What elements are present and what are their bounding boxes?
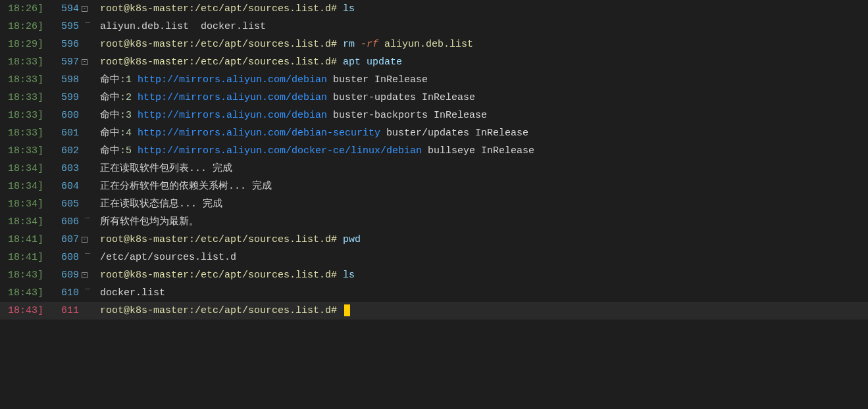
line-number: 606: [45, 213, 82, 231]
fold-toggle-icon[interactable]: -: [82, 237, 88, 243]
token-plain: 所有软件包均为最新。: [100, 216, 199, 228]
token-prompt: root@k8s-master:/etc/apt/sources.list.d#: [100, 305, 343, 316]
timestamp: 18:41]: [0, 249, 45, 266]
line-number: 603: [45, 160, 82, 178]
line-number: 611: [45, 302, 82, 320]
token-num: :5: [120, 145, 138, 156]
terminal-line[interactable]: 18:29]596root@k8s-master:/etc/apt/source…: [0, 36, 868, 53]
fold-toggle-icon[interactable]: -: [82, 59, 88, 65]
terminal-line[interactable]: 18:43]609-root@k8s-master:/etc/apt/sourc…: [0, 266, 868, 284]
timestamp: 18:33]: [0, 142, 45, 160]
line-content[interactable]: root@k8s-master:/etc/apt/sources.list.d#: [96, 302, 868, 320]
terminal-line[interactable]: 18:33]601命中:4 http://mirrors.aliyun.com/…: [0, 124, 868, 142]
line-content[interactable]: 正在读取软件包列表... 完成: [96, 160, 868, 178]
line-content[interactable]: 正在读取状态信息... 完成: [96, 195, 868, 213]
token-cmd: apt update: [343, 57, 402, 68]
line-content[interactable]: aliyun.deb.list docker.list: [96, 18, 868, 36]
terminal-line[interactable]: 18:33]602命中:5 http://mirrors.aliyun.com/…: [0, 142, 868, 160]
terminal-line[interactable]: 18:41]608/etc/apt/sources.list.d: [0, 249, 868, 266]
terminal-line[interactable]: 18:33]598命中:1 http://mirrors.aliyun.com/…: [0, 71, 868, 89]
token-tail: bullseye InRelease: [422, 145, 534, 156]
line-content[interactable]: /etc/apt/sources.list.d: [96, 249, 868, 266]
line-content[interactable]: 命中:5 http://mirrors.aliyun.com/docker-ce…: [96, 142, 868, 160]
token-tail: buster-backports InRelease: [327, 110, 487, 121]
timestamp: 18:43]: [0, 302, 45, 320]
line-content[interactable]: 命中:1 http://mirrors.aliyun.com/debian bu…: [96, 71, 868, 89]
line-content[interactable]: root@k8s-master:/etc/apt/sources.list.d#…: [96, 36, 868, 53]
token-prompt: root@k8s-master:/etc/apt/sources.list.d#: [100, 39, 343, 50]
fold-gutter[interactable]: -: [82, 268, 96, 283]
token-plain: 正在读取状态信息... 完成: [100, 199, 222, 210]
line-content[interactable]: 命中:2 http://mirrors.aliyun.com/debian bu…: [96, 89, 868, 107]
token-cmd: rm: [343, 39, 361, 50]
line-number: 604: [45, 178, 82, 195]
line-content[interactable]: root@k8s-master:/etc/apt/sources.list.d#…: [96, 53, 868, 71]
token-prompt: root@k8s-master:/etc/apt/sources.list.d#: [100, 57, 343, 68]
terminal-line[interactable]: 18:43]611root@k8s-master:/etc/apt/source…: [0, 302, 868, 320]
token-num: :2: [120, 92, 138, 103]
token-cmd: ls: [343, 270, 355, 281]
token-num: :4: [120, 128, 138, 139]
terminal-line[interactable]: 18:26]594-root@k8s-master:/etc/apt/sourc…: [0, 0, 868, 18]
timestamp: 18:33]: [0, 124, 45, 142]
line-number: 609: [45, 266, 82, 284]
line-content[interactable]: root@k8s-master:/etc/apt/sources.list.d#…: [96, 231, 868, 249]
line-content[interactable]: 命中:3 http://mirrors.aliyun.com/debian bu…: [96, 107, 868, 124]
fold-toggle-icon[interactable]: -: [82, 272, 88, 278]
token-plain: 正在分析软件包的依赖关系树... 完成: [100, 181, 272, 192]
timestamp: 18:26]: [0, 0, 45, 18]
token-hit: 命中: [100, 145, 120, 156]
token-arg: aliyun.deb.list: [378, 39, 473, 50]
token-flag: -rf: [361, 39, 378, 50]
line-number: 595: [45, 18, 82, 36]
terminal-line[interactable]: 18:26]595aliyun.deb.list docker.list: [0, 18, 868, 36]
line-content[interactable]: root@k8s-master:/etc/apt/sources.list.d#…: [96, 0, 868, 18]
timestamp: 18:41]: [0, 231, 45, 249]
line-content[interactable]: docker.list: [96, 284, 868, 302]
line-number: 607: [45, 231, 82, 249]
timestamp: 18:29]: [0, 36, 45, 53]
line-content[interactable]: 所有软件包均为最新。: [96, 213, 868, 231]
terminal-line[interactable]: 18:33]597-root@k8s-master:/etc/apt/sourc…: [0, 53, 868, 71]
terminal-line[interactable]: 18:33]599命中:2 http://mirrors.aliyun.com/…: [0, 89, 868, 107]
token-plain: docker.list: [100, 287, 165, 299]
token-tail: buster-updates InRelease: [327, 92, 475, 103]
terminal-editor[interactable]: 18:26]594-root@k8s-master:/etc/apt/sourc…: [0, 0, 868, 320]
terminal-line[interactable]: 18:34]604正在分析软件包的依赖关系树... 完成: [0, 178, 868, 195]
timestamp: 18:34]: [0, 178, 45, 195]
token-url: http://mirrors.aliyun.com/debian: [138, 110, 327, 121]
terminal-line[interactable]: 18:34]606所有软件包均为最新。: [0, 213, 868, 231]
timestamp: 18:26]: [0, 18, 45, 36]
fold-gutter[interactable]: -: [82, 1, 96, 16]
timestamp: 18:43]: [0, 284, 45, 302]
terminal-line[interactable]: 18:34]605正在读取状态信息... 完成: [0, 195, 868, 213]
token-hit: 命中: [100, 74, 120, 85]
token-url: http://mirrors.aliyun.com/debian-securit…: [138, 128, 380, 139]
token-hit: 命中: [100, 110, 120, 121]
timestamp: 18:33]: [0, 107, 45, 124]
timestamp: 18:34]: [0, 160, 45, 178]
fold-gutter[interactable]: -: [82, 232, 96, 247]
line-number: 598: [45, 71, 82, 89]
terminal-line[interactable]: 18:43]610docker.list: [0, 284, 868, 302]
token-tail: buster/updates InRelease: [380, 128, 528, 139]
token-plain: /etc/apt/sources.list.d: [100, 252, 236, 263]
terminal-line[interactable]: 18:41]607-root@k8s-master:/etc/apt/sourc…: [0, 231, 868, 249]
token-prompt: root@k8s-master:/etc/apt/sources.list.d#: [100, 270, 343, 281]
token-hit: 命中: [100, 92, 120, 103]
token-prompt: root@k8s-master:/etc/apt/sources.list.d#: [100, 3, 343, 14]
fold-gutter[interactable]: -: [82, 55, 96, 70]
terminal-line[interactable]: 18:33]600命中:3 http://mirrors.aliyun.com/…: [0, 107, 868, 124]
line-content[interactable]: root@k8s-master:/etc/apt/sources.list.d#…: [96, 266, 868, 284]
line-number: 596: [45, 36, 82, 53]
line-content[interactable]: 正在分析软件包的依赖关系树... 完成: [96, 178, 868, 195]
line-number: 605: [45, 195, 82, 213]
token-plain: 正在读取软件包列表... 完成: [100, 163, 232, 174]
token-cmd: pwd: [343, 234, 361, 245]
token-prompt: root@k8s-master:/etc/apt/sources.list.d#: [100, 234, 343, 245]
timestamp: 18:33]: [0, 53, 45, 71]
terminal-line[interactable]: 18:34]603正在读取软件包列表... 完成: [0, 160, 868, 178]
token-url: http://mirrors.aliyun.com/debian: [138, 74, 327, 85]
fold-toggle-icon[interactable]: -: [82, 6, 88, 12]
line-content[interactable]: 命中:4 http://mirrors.aliyun.com/debian-se…: [96, 124, 868, 142]
